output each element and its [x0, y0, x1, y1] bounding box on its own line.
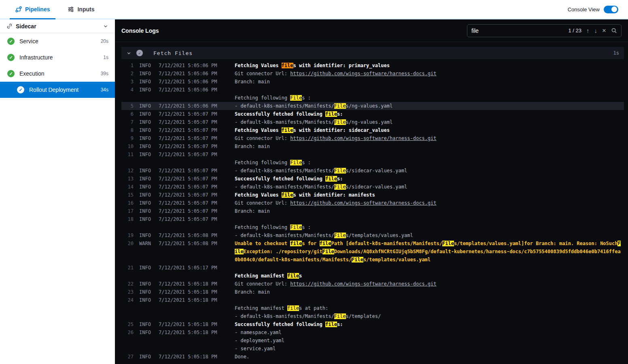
- line-number[interactable]: 15: [121, 191, 134, 199]
- log-link[interactable]: https://github.com/wings-software/harnes…: [290, 281, 436, 287]
- line-number[interactable]: 9: [121, 134, 134, 142]
- line-number[interactable]: [121, 256, 134, 264]
- line-number[interactable]: [121, 345, 134, 353]
- log-level: WARN: [139, 239, 156, 248]
- log-line: 22INFO7/12/2021 5:05:18 PMGit connector …: [121, 280, 624, 288]
- search-icon[interactable]: [611, 28, 617, 34]
- line-number[interactable]: 23: [121, 288, 134, 296]
- pipelines-icon: [15, 6, 22, 13]
- log-section-header[interactable]: ✓ Fetch Files 1s: [121, 47, 624, 59]
- log-timestamp: 7/12/2021 5:05:06 PM: [159, 86, 219, 94]
- sidebar-items: ✓Service20s✓Infrastructure1s✓Execution39…: [0, 33, 115, 98]
- log-message: ileException: ./repository/gitFileDownlo…: [235, 248, 624, 256]
- log-timestamp: 7/12/2021 5:05:18 PM: [159, 296, 219, 304]
- log-line: - default-k8s-manifests/Manifests/Files/…: [121, 312, 624, 320]
- line-number[interactable]: 12: [121, 167, 134, 175]
- log-message: - default-k8s-manifests/Manifests/Files/…: [235, 102, 624, 110]
- line-number[interactable]: 25: [121, 320, 134, 328]
- sidebar-item-service[interactable]: ✓Service20s: [0, 33, 115, 49]
- log-timestamp: 7/12/2021 5:05:18 PM: [159, 280, 219, 288]
- line-number[interactable]: 14: [121, 183, 134, 191]
- tab-pipelines[interactable]: Pipelines: [10, 0, 55, 19]
- console-header: Console Logs 1 / 23 ↑ ↓ ×: [115, 19, 628, 42]
- sidebar-group-sidecar[interactable]: Sidecar: [0, 19, 115, 33]
- sidebar-item-infrastructure[interactable]: ✓Infrastructure1s: [0, 49, 115, 66]
- line-number[interactable]: 20: [121, 239, 134, 248]
- log-timestamp: 7/12/2021 5:05:18 PM: [159, 320, 219, 328]
- log-message: Done.: [235, 353, 624, 361]
- tab-pipelines-label: Pipelines: [25, 6, 50, 13]
- line-number[interactable]: 17: [121, 207, 134, 215]
- line-number[interactable]: 22: [121, 280, 134, 288]
- log-link[interactable]: https://github.com/wings-software/harnes…: [290, 71, 436, 76]
- chevron-down-icon[interactable]: [126, 51, 132, 56]
- log-timestamp: 7/12/2021 5:05:07 PM: [159, 215, 219, 223]
- console-view-toggle[interactable]: [604, 6, 618, 13]
- line-number[interactable]: [121, 159, 134, 167]
- log-level: INFO: [139, 134, 156, 142]
- line-number[interactable]: 8: [121, 126, 134, 134]
- line-number[interactable]: 27: [121, 353, 134, 361]
- line-number[interactable]: 6: [121, 110, 134, 118]
- log-line: Fetching following Files :: [121, 94, 624, 102]
- line-number[interactable]: 10: [121, 142, 134, 150]
- log-section-duration: 1s: [613, 50, 619, 56]
- line-number[interactable]: [121, 336, 134, 345]
- log-timestamp: 7/12/2021 5:05:07 PM: [159, 142, 219, 150]
- line-number[interactable]: [121, 94, 134, 102]
- line-number[interactable]: 2: [121, 70, 134, 78]
- line-number[interactable]: 21: [121, 264, 134, 272]
- line-number[interactable]: 24: [121, 296, 134, 304]
- log-lines: 1INFO7/12/2021 5:05:06 PMFetching Values…: [121, 61, 624, 361]
- sidebar-item-execution[interactable]: ✓Execution39s: [0, 66, 115, 82]
- log-message: Git connector Url: https://github.com/wi…: [235, 134, 624, 142]
- line-number[interactable]: 3: [121, 78, 134, 86]
- line-number[interactable]: 26: [121, 328, 134, 336]
- line-number[interactable]: [121, 272, 134, 280]
- log-timestamp: [159, 223, 219, 231]
- tab-inputs-label: Inputs: [77, 6, 94, 13]
- search-input[interactable]: [471, 28, 564, 34]
- log-timestamp: 7/12/2021 5:05:07 PM: [159, 167, 219, 175]
- log-area: ✓ Fetch Files 1s 1INFO7/12/2021 5:05:06 …: [115, 42, 628, 364]
- log-message: [235, 150, 624, 159]
- line-number[interactable]: 13: [121, 175, 134, 183]
- success-check-icon: ✓: [17, 86, 24, 93]
- log-timestamp: 7/12/2021 5:05:06 PM: [159, 78, 219, 86]
- line-number[interactable]: [121, 248, 134, 256]
- line-number[interactable]: [121, 304, 134, 312]
- log-link[interactable]: https://github.com/wings-software/harnes…: [290, 135, 436, 141]
- line-number[interactable]: 18: [121, 215, 134, 223]
- log-message: - default-k8s-manifests/Manifests/Files/…: [235, 183, 624, 191]
- log-line: 17INFO7/12/2021 5:05:07 PMBranch: main: [121, 207, 624, 215]
- line-number[interactable]: 5: [121, 102, 134, 110]
- log-link[interactable]: https://github.com/wings-software/harnes…: [290, 200, 436, 206]
- line-number[interactable]: [121, 223, 134, 231]
- console-view-label: Console View: [568, 6, 600, 13]
- close-icon[interactable]: ×: [602, 27, 606, 34]
- step-duration: 39s: [101, 71, 108, 76]
- log-message: [235, 86, 624, 94]
- log-timestamp: 7/12/2021 5:05:07 PM: [159, 134, 219, 142]
- line-number[interactable]: [121, 312, 134, 320]
- sidebar-item-rollout-deployment[interactable]: ✓Rollout Deployment34s: [0, 82, 115, 98]
- line-number[interactable]: 7: [121, 118, 134, 126]
- line-number[interactable]: 4: [121, 86, 134, 94]
- log-line: 24INFO7/12/2021 5:05:18 PM: [121, 296, 624, 304]
- next-match-icon[interactable]: ↓: [594, 28, 598, 34]
- line-number[interactable]: 19: [121, 231, 134, 239]
- line-number[interactable]: 16: [121, 199, 134, 207]
- line-number[interactable]: 1: [121, 61, 134, 70]
- sidebar-item-label: Rollout Deployment: [29, 87, 78, 93]
- log-message: Fetching following Files :: [235, 223, 624, 231]
- log-level: INFO: [139, 126, 156, 134]
- tab-inputs[interactable]: Inputs: [62, 0, 100, 19]
- log-level: INFO: [139, 328, 156, 336]
- log-line: 6INFO7/12/2021 5:05:07 PMSuccessfully fe…: [121, 110, 624, 118]
- line-number[interactable]: 11: [121, 150, 134, 159]
- log-message: Git connector Url: https://github.com/wi…: [235, 280, 624, 288]
- log-level: [139, 312, 156, 320]
- chevron-down-icon[interactable]: [103, 23, 108, 29]
- previous-match-icon[interactable]: ↑: [586, 28, 590, 34]
- log-line: Fetching following Files :: [121, 223, 624, 231]
